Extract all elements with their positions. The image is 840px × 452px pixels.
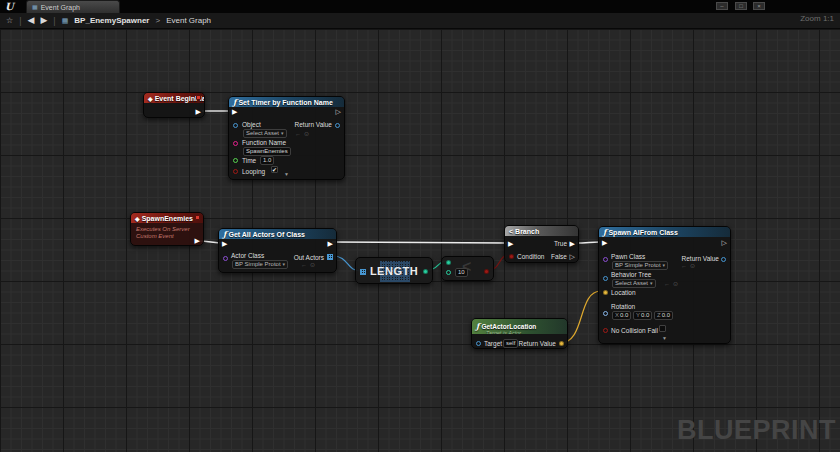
exec-in-pin[interactable]: ▶ — [222, 240, 227, 247]
array-in-pin[interactable] — [360, 269, 366, 275]
dropdown-value: BP Simple Protot — [235, 261, 281, 267]
node-header: ƒ Get All Actors Of Class — [219, 229, 336, 239]
pawn-class-dropdown[interactable]: BP Simple Protot▾ — [612, 261, 668, 270]
breadcrumb-current[interactable]: Event Graph — [166, 16, 211, 25]
no-collision-fail-checkbox[interactable] — [659, 325, 666, 332]
actor-class-pin[interactable] — [223, 256, 228, 261]
rotation-z-input[interactable]: Z0.0 — [654, 311, 673, 320]
actor-class-dropdown[interactable]: BP Simple Protot▾ — [232, 260, 288, 269]
looping-checkbox[interactable]: ✔ — [271, 166, 278, 173]
node-get-actor-location[interactable]: ƒ GetActorLocation Target is Actor Targe… — [471, 318, 568, 349]
restore-button[interactable]: □ — [735, 2, 747, 10]
behavior-tree-dropdown[interactable]: Select Asset▾ — [612, 279, 656, 288]
browse-icon[interactable]: ⊙ — [310, 262, 317, 268]
return-value-pin[interactable] — [559, 341, 564, 346]
time-input[interactable]: 1.0 — [260, 156, 274, 165]
rotation-x-input[interactable]: X0.0 — [612, 311, 631, 320]
target-pin[interactable] — [476, 341, 481, 346]
event-badge — [195, 215, 200, 220]
exec-in-pin[interactable]: ▶ — [232, 108, 237, 115]
node-spawn-ai-from-class[interactable]: ƒ Spawn AIFrom Class ▶ ▷ Pawn Class BP S… — [598, 226, 731, 344]
node-less-than[interactable]: < 10 — [441, 256, 494, 281]
event-badge — [196, 95, 201, 100]
node-get-all-actors-of-class[interactable]: ƒ Get All Actors Of Class ▶ ▶ Actor Clas… — [218, 228, 337, 273]
node-header: ◈ Event BeginPlay — [144, 93, 204, 103]
pawn-class-pin[interactable] — [603, 257, 608, 262]
breadcrumb-root[interactable]: BP_EnemySpawner — [74, 16, 149, 25]
rotation-pin[interactable] — [603, 311, 608, 316]
node-branch[interactable]: < Branch ▶ True ▶ Condition False ▷ — [504, 225, 579, 263]
target-label: Target — [484, 341, 502, 348]
function-name-pin[interactable] — [233, 141, 238, 146]
use-asset-icon[interactable]: ← — [664, 281, 672, 287]
close-button[interactable]: × — [753, 2, 765, 10]
out-actors-label: Out Actors — [294, 255, 324, 262]
out-actors-array-pin[interactable] — [327, 254, 333, 260]
no-collision-fail-label: No Collision Fail — [611, 328, 658, 335]
dropdown-value: Select Asset — [615, 280, 648, 286]
wire-exec-branch-spawnai — [576, 242, 600, 243]
graph-canvas[interactable]: BLUEPRINT ◈ Event BeginPlay ▶ ƒ Set Time… — [0, 29, 840, 452]
y-value: 0.0 — [641, 312, 649, 318]
favorite-star-icon[interactable]: ☆ — [6, 17, 13, 25]
no-collision-fail-pin[interactable] — [603, 328, 608, 333]
exec-out-pin[interactable]: ▷ — [336, 108, 341, 115]
y-label: Y — [636, 312, 640, 318]
collapse-caret-icon[interactable]: ▼ — [284, 172, 289, 177]
browse-icon[interactable]: ⊙ — [304, 131, 311, 137]
function-icon: ƒ — [223, 229, 226, 239]
node-event-beginplay[interactable]: ◈ Event BeginPlay ▶ — [143, 92, 205, 118]
node-title: LENGTH — [370, 265, 418, 277]
collapse-caret-icon[interactable]: ▼ — [662, 336, 667, 341]
exec-out-pin[interactable]: ▷ — [722, 239, 727, 246]
result-bool-pin[interactable] — [484, 269, 489, 274]
exec-out-pin[interactable]: ▶ — [196, 108, 201, 115]
node-title: Get All Actors Of Class — [228, 231, 305, 238]
exec-out-pin[interactable]: ▶ — [195, 237, 200, 244]
browse-icon[interactable]: ⊙ — [673, 281, 680, 287]
compare-b-input[interactable]: 10 — [455, 268, 468, 277]
time-label: Time — [242, 158, 256, 165]
exec-out-pin[interactable]: ▶ — [328, 240, 333, 247]
false-exec-pin[interactable]: ▷ — [570, 253, 575, 260]
exec-in-pin[interactable]: ▶ — [602, 239, 607, 246]
caret-down-icon: ▾ — [663, 262, 666, 268]
branch-icon: < — [509, 228, 513, 235]
use-asset-icon[interactable]: ← — [681, 263, 689, 269]
pawn-class-label: Pawn Class — [611, 254, 645, 261]
rotation-y-input[interactable]: Y0.0 — [633, 311, 652, 320]
node-title: GetActorLocation — [481, 323, 536, 330]
return-value-pin[interactable] — [721, 257, 726, 262]
object-select-asset-dropdown[interactable]: Select Asset▾ — [243, 129, 287, 138]
caret-down-icon: ▾ — [281, 130, 284, 136]
length-out-pin[interactable] — [423, 269, 428, 274]
location-pin[interactable] — [603, 290, 608, 295]
return-value-pin[interactable] — [335, 123, 340, 128]
forward-arrow-icon[interactable]: ▶ — [40, 16, 47, 25]
tab-event-graph[interactable]: ▦ Event Graph — [26, 0, 120, 13]
location-label: Location — [611, 290, 636, 297]
time-pin[interactable] — [233, 158, 238, 163]
return-value-label: Return Value — [682, 256, 719, 263]
condition-pin[interactable] — [509, 254, 514, 259]
node-set-timer-by-function-name[interactable]: ƒ Set Timer by Function Name ▶ ▷ Object … — [228, 96, 345, 180]
actor-class-label: Actor Class — [231, 253, 264, 260]
use-asset-icon[interactable]: ← — [295, 131, 303, 137]
true-exec-pin[interactable]: ▶ — [570, 240, 575, 247]
object-pin[interactable] — [233, 123, 238, 128]
exec-in-pin[interactable]: ▶ — [508, 240, 513, 247]
function-name-label: Function Name — [242, 140, 286, 147]
function-name-input[interactable]: SpawnEnemies — [243, 147, 291, 156]
use-asset-icon[interactable]: ← — [301, 262, 309, 268]
node-spawnenemies-event[interactable]: ◈ SpawnEnemies Executes On Server Custom… — [130, 212, 204, 246]
minimize-button[interactable]: – — [716, 2, 728, 10]
compare-b-pin[interactable] — [446, 270, 451, 275]
behavior-tree-pin[interactable] — [603, 276, 608, 281]
toolbar-divider: | — [53, 16, 55, 26]
back-arrow-icon[interactable]: ◀ — [28, 16, 35, 25]
looping-pin[interactable] — [233, 169, 238, 174]
target-self-input[interactable]: self — [503, 339, 518, 348]
node-array-length[interactable]: LENGTH — [355, 257, 433, 284]
browse-icon[interactable]: ⊙ — [690, 263, 697, 269]
compare-a-pin[interactable] — [446, 260, 451, 265]
